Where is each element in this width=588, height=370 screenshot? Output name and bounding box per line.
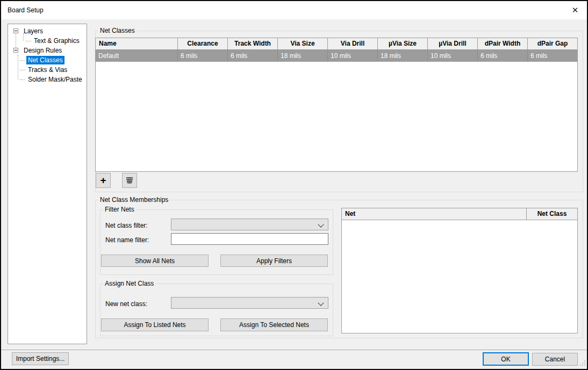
sidebar-item-tracks-vias[interactable]: Tracks & Vias [8, 65, 87, 75]
net-memberships-table: NetNet Class [341, 208, 578, 333]
assign-listed-nets-button[interactable]: Assign To Listed Nets [101, 318, 209, 331]
delete-net-class-button[interactable] [122, 173, 137, 188]
sidebar-item-label: Solder Mask/Paste [26, 75, 84, 84]
trash-icon [125, 175, 134, 186]
sidebar-item-design-rules[interactable]: Design Rules [8, 46, 87, 55]
title-bar: Board Setup ✕ [1, 1, 587, 19]
assign-selected-nets-button[interactable]: Assign To Selected Nets [220, 318, 328, 331]
sidebar-item-label: Layers [22, 27, 45, 35]
chevron-down-icon [318, 221, 324, 227]
chevron-down-icon [318, 300, 324, 306]
net-class-cell: 6 mils [478, 50, 528, 62]
sidebar-item-label: Text & Graphics [32, 37, 81, 45]
filter-nets-group-label: Filter Nets [103, 206, 136, 213]
net-name-filter-input[interactable] [171, 233, 328, 245]
column-header[interactable]: Net [342, 208, 527, 220]
net-class-cell: 18 mils [378, 50, 428, 62]
tree-connector [23, 33, 24, 41]
sidebar-item-solder-mask-paste[interactable]: Solder Mask/Paste [8, 75, 87, 84]
net-class-cell: 10 mils [328, 50, 378, 62]
tree-connector [20, 60, 25, 61]
net-class-cell: 6 mils [178, 50, 228, 62]
ok-button[interactable]: OK [483, 352, 529, 366]
tree-connector [20, 70, 25, 70]
resize-grip[interactable] [579, 359, 586, 368]
sidebar-item-text-graphics[interactable]: Text & Graphics [8, 36, 87, 46]
column-header[interactable]: Clearance [178, 38, 228, 49]
tree-connector [18, 55, 18, 79]
sidebar-item-label: Design Rules [22, 46, 63, 55]
net-class-cell: 18 mils [278, 50, 328, 62]
column-header[interactable]: Via Drill [328, 38, 378, 49]
net-class-cell: 6 mils [228, 50, 278, 62]
net-classes-table: NameClearanceTrack WidthVia SizeVia Dril… [95, 38, 578, 172]
column-header[interactable]: Track Width [228, 38, 278, 49]
settings-tree: LayersText & GraphicsDesign RulesNet Cla… [8, 24, 87, 344]
collapse-expander-icon[interactable] [13, 48, 18, 53]
net-classes-group-label: Net Classes [98, 27, 137, 34]
tree-connector [16, 33, 16, 48]
tree-connector [20, 79, 25, 80]
column-header[interactable]: Name [96, 38, 178, 49]
net-class-row[interactable]: Default6 mils6 mils18 mils10 mils18 mils… [96, 50, 577, 62]
window-title: Board Setup [8, 6, 44, 14]
cancel-button[interactable]: Cancel [532, 353, 578, 366]
net-class-cell: Default [96, 50, 178, 62]
close-icon[interactable]: ✕ [568, 4, 583, 17]
net-class-filter-label: Net class filter: [105, 222, 148, 229]
net-classes-table-body: Default6 mils6 mils18 mils10 mils18 mils… [96, 50, 577, 62]
column-header[interactable]: dPair Gap [528, 38, 577, 49]
column-header[interactable]: µVia Drill [428, 38, 478, 49]
plus-icon: + [100, 174, 106, 187]
new-net-class-dropdown[interactable] [171, 297, 328, 309]
sidebar-item-label: Net Classes [26, 56, 64, 64]
net-class-cell: 10 mils [428, 50, 478, 62]
memberships-group-label: Net Class Memberships [98, 196, 170, 204]
net-name-filter-label: Net name filter: [105, 236, 149, 244]
board-setup-dialog: Board Setup ✕ LayersText & GraphicsDesig… [0, 0, 588, 370]
net-table-header: NetNet Class [342, 208, 577, 220]
show-all-nets-button[interactable]: Show All Nets [101, 255, 209, 267]
net-classes-table-header: NameClearanceTrack WidthVia SizeVia Dril… [96, 38, 577, 50]
new-net-class-label: New net class: [105, 300, 147, 308]
footer-divider [1, 350, 587, 350]
column-header[interactable]: Via Size [278, 38, 328, 49]
column-header[interactable]: Net Class [527, 208, 577, 220]
add-net-class-button[interactable]: + [96, 173, 111, 188]
assign-net-class-group-label: Assign Net Class [103, 280, 155, 287]
import-settings-button[interactable]: Import Settings... [12, 352, 69, 365]
sidebar-item-net-classes[interactable]: Net Classes [8, 55, 87, 65]
tree-connector [26, 41, 31, 41]
column-header[interactable]: dPair Width [478, 38, 528, 49]
net-class-filter-dropdown[interactable] [171, 219, 328, 230]
apply-filters-button[interactable]: Apply Filters [220, 255, 328, 267]
sidebar-item-label: Tracks & Vias [26, 66, 69, 74]
collapse-expander-icon[interactable] [13, 28, 18, 33]
sidebar-item-layers[interactable]: Layers [8, 26, 87, 36]
net-class-cell: 6 mils [528, 50, 577, 62]
column-header[interactable]: µVia Size [378, 38, 428, 49]
